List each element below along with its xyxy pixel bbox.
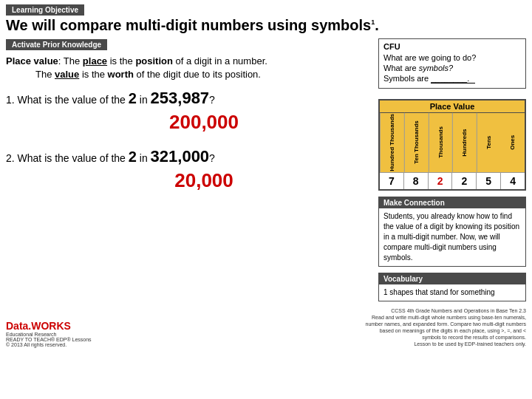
learning-objective-banner: Learning Objective bbox=[6, 4, 84, 16]
cfu-box: CFU What are we going to do? What are sy… bbox=[378, 38, 526, 89]
footer-left: Data.WORKS Educational Research READY TO… bbox=[6, 320, 92, 347]
pv-cell-5: 4 bbox=[501, 173, 525, 189]
pv-cell-2: 2 bbox=[429, 173, 453, 189]
pv-header-tens: Tens bbox=[477, 113, 501, 172]
place-value-table: Place Value Hundred Thousands Ten Thousa… bbox=[378, 99, 526, 191]
make-connection-box: Make Connection Students, you already kn… bbox=[378, 197, 526, 267]
footer-right: CCSS 4th Grade Numbers and Operations in… bbox=[366, 307, 527, 348]
question-1: 1. What is the value of the 2 in 253,987… bbox=[6, 89, 372, 134]
pv-header-hundreds: Hundreds bbox=[452, 113, 477, 172]
footer: Data.WORKS Educational Research READY TO… bbox=[0, 304, 532, 349]
question-1-answer: 200,000 bbox=[35, 111, 372, 134]
left-panel: Activate Prior Knowledge Place value: Th… bbox=[6, 38, 372, 301]
place-value-definition: Place value: The place is the position o… bbox=[6, 55, 372, 81]
vocabulary-box: Vocabulary 1 shapes that stand for somet… bbox=[378, 273, 526, 301]
question-2: 2. What is the value of the 2 in 321,000… bbox=[6, 147, 372, 192]
pv-cell-1: 8 bbox=[404, 173, 429, 189]
right-panel: CFU What are we going to do? What are sy… bbox=[378, 38, 526, 301]
main-title: We will compare multi-digit numbers usin… bbox=[6, 17, 526, 34]
pv-cell-4: 5 bbox=[477, 173, 501, 189]
question-2-answer: 20,000 bbox=[35, 169, 372, 192]
pv-cell-0: 7 bbox=[380, 173, 404, 189]
pv-cell-3: 2 bbox=[452, 173, 477, 189]
pv-header-ten-thousands: Ten Thousands bbox=[404, 113, 429, 172]
pv-header-thousands: Thousands bbox=[429, 113, 453, 172]
apk-banner: Activate Prior Knowledge bbox=[6, 39, 107, 50]
pv-header-hundred-thousands: Hundred Thousands bbox=[380, 113, 404, 172]
table-row: 7 8 2 2 5 4 bbox=[380, 172, 525, 189]
pv-header-ones: Ones bbox=[501, 113, 525, 172]
